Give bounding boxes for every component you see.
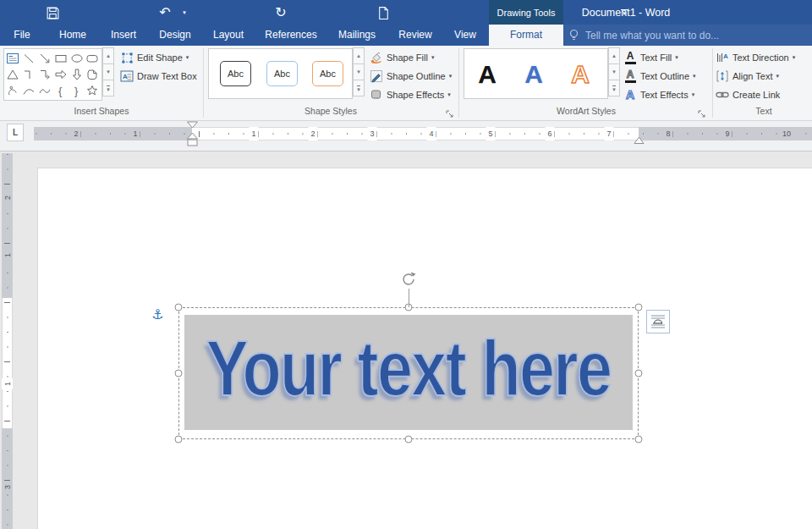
- tab-review[interactable]: Review: [391, 25, 440, 46]
- align-text-button[interactable]: Align Text ▾: [716, 68, 779, 85]
- gallery-shape-star-icon[interactable]: [85, 83, 101, 99]
- gallery-shape-line-icon[interactable]: [21, 50, 37, 66]
- text-outline-button[interactable]: A Text Outline ▾: [623, 68, 696, 85]
- gallery-shape-scribble-icon[interactable]: [5, 83, 21, 99]
- ruler-number: 8: [663, 127, 672, 141]
- tab-view[interactable]: View: [447, 25, 484, 46]
- tab-mailings[interactable]: Mailings: [328, 25, 386, 46]
- edit-shape-button[interactable]: Edit Shape ▾: [120, 49, 189, 66]
- tab-design[interactable]: Design: [154, 25, 196, 46]
- rotation-handle-icon[interactable]: [400, 271, 417, 291]
- group-divider: [203, 48, 204, 118]
- tab-home[interactable]: Home: [52, 25, 93, 46]
- shape-outline-button[interactable]: Shape Outline ▾: [370, 68, 452, 85]
- tab-references[interactable]: References: [262, 25, 320, 46]
- gallery-shape-rounded-rectangle-icon[interactable]: [85, 50, 101, 66]
- text-effects-button[interactable]: A Text Effects ▾: [623, 86, 694, 103]
- undo-dropdown-caret-icon[interactable]: ▾: [180, 4, 189, 21]
- gallery-shape-oval-icon[interactable]: [69, 50, 85, 66]
- text-outline-icon: A: [623, 69, 637, 83]
- new-document-icon[interactable]: [375, 4, 392, 21]
- wordart-preset-2[interactable]: A: [513, 51, 555, 98]
- selection-handle-bottom-left[interactable]: [175, 436, 183, 444]
- draw-text-box-button[interactable]: A Draw Text Box: [120, 68, 197, 85]
- gallery-more-button[interactable]: ▾: [102, 80, 114, 96]
- layout-options-button[interactable]: [646, 310, 670, 333]
- gallery-shape-text-box-icon[interactable]: [5, 50, 21, 66]
- selection-handle-middle-left[interactable]: [175, 370, 183, 377]
- gallery-shape-snip-corner-rectangle-icon[interactable]: [85, 66, 101, 82]
- wordart-styles-group-label: WordArt Styles: [464, 106, 709, 118]
- gallery-shape-rectangle-icon[interactable]: [52, 50, 69, 66]
- redo-icon[interactable]: ↻: [272, 4, 289, 21]
- shape-styles-dialog-launcher[interactable]: [446, 107, 456, 118]
- gallery-shape-right-arrow-icon[interactable]: [52, 66, 69, 82]
- gallery-shape-elbow-connector-icon[interactable]: [21, 66, 37, 82]
- tab-stop-selector[interactable]: L: [7, 124, 24, 141]
- ruler-number: 10: [780, 127, 793, 141]
- tell-me-search[interactable]: Tell me what you want to do...: [563, 25, 812, 46]
- shape-outline-label: Shape Outline: [387, 71, 446, 81]
- align-text-label: Align Text: [732, 71, 773, 81]
- wordart-styles-dialog-launcher[interactable]: [698, 107, 708, 118]
- dropdown-caret-icon: ▾: [186, 54, 189, 61]
- selection-handle-top-left[interactable]: [175, 304, 183, 311]
- vertical-ruler-number: 1: [2, 378, 13, 389]
- wordart-styles-gallery: A A A: [464, 48, 608, 99]
- ribbon-tab-row: File Home Insert Design Layout Reference…: [0, 25, 812, 46]
- text-fill-icon: A: [623, 51, 637, 64]
- tab-layout[interactable]: Layout: [206, 25, 250, 46]
- text-effects-icon: A: [623, 88, 637, 102]
- tab-format[interactable]: Format: [489, 25, 563, 46]
- shape-effects-button[interactable]: Shape Effects ▾: [370, 86, 451, 103]
- gallery-more-button[interactable]: ▾: [353, 80, 365, 96]
- indent-markers[interactable]: [185, 121, 200, 151]
- save-icon[interactable]: [44, 4, 61, 21]
- gallery-shape-curve-icon[interactable]: [21, 83, 37, 99]
- selection-handle-middle-right[interactable]: [635, 370, 643, 377]
- object-anchor-icon[interactable]: ⚓: [151, 306, 163, 322]
- dropdown-caret-icon: ▾: [449, 73, 453, 80]
- shape-style-preset-1[interactable]: Abc: [220, 61, 251, 86]
- tab-insert[interactable]: Insert: [103, 25, 144, 46]
- gallery-shape-arrow-icon[interactable]: [37, 50, 53, 66]
- text-direction-button[interactable]: A Text Direction ▾: [716, 49, 795, 66]
- selection-handle-bottom-center[interactable]: [405, 436, 413, 444]
- ruler-number: 1: [130, 127, 140, 141]
- gallery-shape-freeform-icon[interactable]: [37, 83, 53, 99]
- selection-handle-bottom-right[interactable]: [635, 436, 643, 444]
- wordart-preset-1[interactable]: A: [466, 51, 508, 98]
- vertical-ruler-number: 3: [2, 482, 13, 493]
- shape-style-preset-3[interactable]: Abc: [312, 61, 343, 86]
- gallery-scroll-down-button[interactable]: ▾: [353, 63, 365, 80]
- gallery-shape-down-arrow-icon[interactable]: [69, 66, 85, 82]
- right-indent-marker[interactable]: [633, 133, 645, 148]
- ruler-row: L 2112345678910: [0, 121, 812, 151]
- create-link-button[interactable]: Create Link: [716, 86, 780, 103]
- group-divider: [458, 48, 459, 118]
- selection-handle-top-right[interactable]: [635, 304, 643, 311]
- gallery-shape-elbow-arrow-connector-icon[interactable]: [37, 66, 53, 82]
- gallery-more-button[interactable]: ▾: [608, 80, 620, 96]
- gallery-scroll-up-button[interactable]: ▴: [608, 47, 620, 64]
- shapes-gallery: {}: [3, 48, 102, 101]
- selection-border[interactable]: [178, 307, 639, 439]
- svg-text:A: A: [723, 52, 728, 60]
- shape-style-preset-2[interactable]: Abc: [266, 61, 298, 86]
- gallery-shape-left-brace-icon[interactable]: {: [52, 83, 69, 99]
- svg-text:{: {: [58, 85, 63, 97]
- gallery-scroll-up-button[interactable]: ▴: [102, 47, 114, 64]
- shape-fill-button[interactable]: Shape Fill ▾: [370, 49, 434, 66]
- gallery-scroll-down-button[interactable]: ▾: [608, 63, 620, 80]
- gallery-scroll-up-button[interactable]: ▴: [353, 47, 365, 64]
- dropdown-caret-icon: ▾: [431, 54, 435, 61]
- wordart-preset-3[interactable]: A: [559, 51, 601, 98]
- gallery-shape-right-brace-icon[interactable]: }: [69, 83, 85, 99]
- undo-icon[interactable]: ↶: [156, 4, 173, 21]
- vertical-ruler-number: 2: [2, 192, 13, 203]
- tab-file[interactable]: File: [7, 25, 37, 46]
- text-fill-button[interactable]: A Text Fill ▾: [623, 49, 678, 66]
- insert-shapes-group-label: Insert Shapes: [0, 106, 203, 118]
- gallery-shape-isosceles-triangle-icon[interactable]: [5, 66, 21, 82]
- gallery-scroll-down-button[interactable]: ▾: [102, 63, 114, 80]
